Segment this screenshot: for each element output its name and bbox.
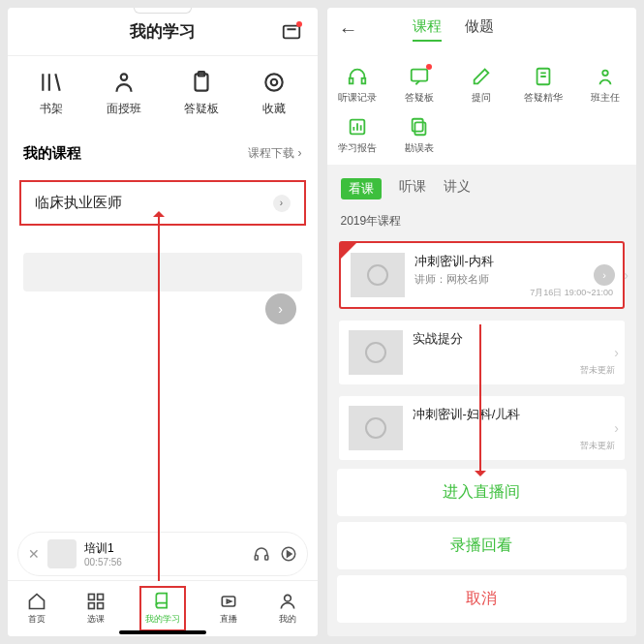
- target-icon: [261, 70, 287, 95]
- tab-live[interactable]: 直播: [219, 592, 238, 626]
- svg-point-19: [602, 71, 608, 77]
- svg-rect-10: [98, 595, 104, 600]
- doc-icon: [533, 66, 554, 87]
- quick-label: 面授班: [107, 101, 141, 117]
- quick-label: 答疑板: [184, 101, 219, 117]
- page-title: 我的学习: [130, 20, 196, 43]
- right-header: ← 课程 做题: [327, 8, 637, 50]
- placeholder-block: [23, 253, 302, 291]
- home-indicator: [119, 630, 206, 634]
- report-icon: [347, 116, 368, 138]
- tab-label: 选课: [87, 613, 105, 626]
- feature-teacher[interactable]: 班主任: [574, 60, 636, 110]
- course-time: 暂未更新: [580, 440, 615, 452]
- player-time: 00:57:56: [84, 557, 245, 567]
- svg-rect-21: [415, 122, 426, 135]
- play-icon[interactable]: [280, 543, 297, 565]
- svg-rect-15: [350, 78, 353, 84]
- tab-label: 直播: [220, 613, 237, 626]
- chevron-right-icon: ›: [624, 267, 629, 283]
- svg-rect-16: [362, 78, 366, 84]
- chevron-right-icon: ›: [614, 420, 619, 436]
- person-icon: [111, 70, 137, 95]
- course-thumbnail: [349, 330, 403, 375]
- left-header: 我的学习: [8, 8, 318, 56]
- section-title: 我的课程: [23, 144, 81, 163]
- svg-rect-11: [89, 603, 95, 609]
- svg-rect-12: [98, 603, 104, 609]
- chevron-right-icon: ›: [594, 264, 615, 286]
- course-thumbnail: [349, 406, 403, 450]
- expand-chevron-icon[interactable]: ›: [265, 293, 296, 324]
- svg-rect-7: [264, 556, 267, 561]
- action-sheet: 进入直播间 录播回看 取消: [337, 469, 628, 623]
- quick-label: 书架: [40, 101, 63, 117]
- book-icon: [153, 592, 172, 611]
- action-replay[interactable]: 录播回看: [337, 522, 628, 569]
- header-tabs: 课程 做题: [413, 17, 494, 42]
- svg-rect-17: [412, 70, 428, 81]
- tab-label: 我的: [279, 613, 296, 626]
- svg-point-1: [121, 74, 128, 80]
- clipboard-icon: [189, 70, 214, 95]
- tab-label: 首页: [28, 613, 46, 626]
- bottom-tab-bar: 首页 选课 我的学习 直播 我的: [8, 580, 318, 636]
- chevron-right-icon: ›: [614, 345, 619, 360]
- quick-qa-board[interactable]: 答疑板: [184, 70, 219, 117]
- mini-player[interactable]: ✕ 培训1 00:57:56: [17, 532, 308, 576]
- chat-icon: [409, 66, 430, 87]
- subtab-watch[interactable]: 看课: [341, 178, 382, 199]
- player-title: 培训1: [84, 540, 245, 557]
- feature-ask[interactable]: 提问: [450, 60, 512, 110]
- course-name: 临床执业医师: [35, 194, 122, 212]
- feature-errata[interactable]: 勘误表: [388, 110, 450, 161]
- course-sprint-internal[interactable]: 冲刺密训-内科 讲师：网校名师 › › 7月16日 19:00~21:00: [339, 241, 626, 309]
- quick-actions: 书架 面授班 答疑板 收藏: [8, 56, 318, 135]
- feature-qa-board[interactable]: 答疑板: [388, 60, 450, 110]
- shelf-icon: [39, 70, 64, 95]
- course-practice[interactable]: 实战提分 › 暂未更新: [339, 321, 626, 384]
- quick-face-class[interactable]: 面授班: [107, 70, 141, 117]
- player-info: 培训1 00:57:56: [84, 540, 245, 567]
- tab-home[interactable]: 首页: [27, 592, 46, 626]
- annotation-arrow: [479, 324, 481, 475]
- notification-icon[interactable]: [281, 21, 302, 43]
- download-link[interactable]: 课程下载 ›: [248, 145, 301, 162]
- svg-point-14: [285, 595, 291, 601]
- feature-qa-essence[interactable]: 答疑精华: [512, 60, 574, 110]
- teacher-icon: [595, 66, 616, 87]
- svg-point-4: [265, 74, 282, 90]
- tab-courses[interactable]: 选课: [86, 592, 106, 626]
- quick-shelf[interactable]: 书架: [39, 70, 64, 117]
- tab-course[interactable]: 课程: [413, 17, 442, 42]
- course-sprint-gyn-ped[interactable]: 冲刺密训-妇科/儿科 › 暂未更新: [339, 396, 626, 460]
- course-time: 7月16日 19:00~21:00: [530, 287, 613, 299]
- my-courses-header: 我的课程 课程下载 ›: [8, 135, 318, 172]
- feature-report[interactable]: 学习报告: [327, 110, 389, 161]
- close-icon[interactable]: ✕: [28, 546, 40, 562]
- quick-favorites[interactable]: 收藏: [261, 70, 287, 117]
- course-clinical-physician[interactable]: 临床执业医师 ›: [19, 180, 306, 226]
- grid-icon: [86, 592, 106, 611]
- tab-exercise[interactable]: 做题: [465, 17, 494, 42]
- svg-rect-9: [89, 595, 95, 600]
- svg-rect-6: [255, 556, 258, 561]
- headphone-icon[interactable]: [253, 543, 270, 565]
- back-icon[interactable]: ←: [339, 18, 358, 41]
- live-icon: [219, 592, 238, 611]
- player-controls: [253, 543, 297, 565]
- home-icon: [27, 592, 46, 611]
- chevron-right-icon: ›: [273, 195, 291, 212]
- tab-profile[interactable]: 我的: [278, 592, 297, 626]
- subtab-handout[interactable]: 讲义: [444, 178, 471, 199]
- right-phone: ← 课程 做题 听课记录 答疑板 提问 答疑精华 班主任 学习报告 勘误表 看课…: [327, 8, 637, 636]
- subtab-listen[interactable]: 听课: [399, 178, 426, 199]
- headphone-icon: [347, 66, 368, 87]
- course-title: 冲刺密训-内科: [414, 253, 614, 270]
- action-cancel[interactable]: 取消: [337, 575, 628, 623]
- edit-icon: [471, 66, 492, 87]
- left-phone: 我的学习 书架 面授班 答疑板 收藏 我的课程 课程下载 › 临床执业医师 › …: [8, 8, 318, 636]
- copy-icon: [409, 116, 430, 138]
- feature-listen-history[interactable]: 听课记录: [327, 60, 389, 110]
- tab-my-study[interactable]: 我的学习: [145, 592, 180, 626]
